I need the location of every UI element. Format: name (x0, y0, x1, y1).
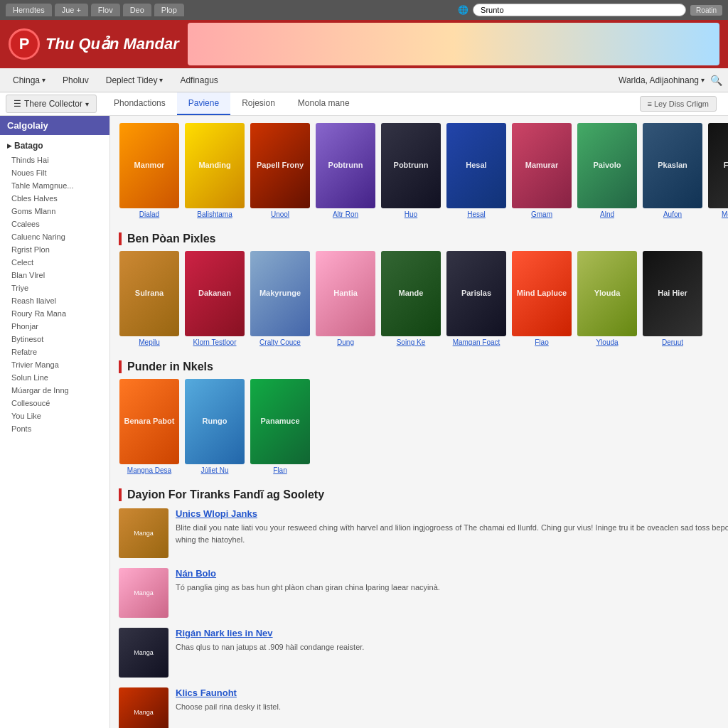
chevron-down-icon-3: ▾ (701, 76, 705, 84)
news-title-4[interactable]: Klics Faunoht (176, 687, 728, 698)
sidebar-item-cbles[interactable]: Cbles Halves (0, 192, 109, 205)
sidebar-item-phonjar[interactable]: Phonjar (0, 320, 109, 333)
manga-card-7[interactable]: Mamurar Gmam (511, 123, 572, 218)
manga-card-9[interactable]: Pkaslan Aufon (642, 123, 703, 218)
sidebar-section-batago: ▸ Batago Thinds Hai Noues Filt Tahle Mam… (0, 135, 109, 438)
sidebar-item-reash[interactable]: Reash Ilaivel (0, 294, 109, 307)
sidebar-item-caluenc[interactable]: Caluenc Naring (0, 230, 109, 243)
sidebar-item-bytine[interactable]: Bytinesot (0, 333, 109, 346)
manga-card-4[interactable]: Pobtrunn Altr Ron (315, 123, 376, 218)
tab-paviene[interactable]: Paviene (177, 92, 230, 115)
manga-card-6[interactable]: Hesal Hesal (446, 123, 507, 218)
browser-tab-4[interactable]: Deo (123, 4, 151, 16)
manga-card-19[interactable]: Hai Hier Deruut (642, 251, 703, 346)
browser-tab-2[interactable]: Jue + (55, 4, 88, 16)
news-title-1[interactable]: Unics Wlopi Janks (176, 508, 728, 519)
login-button[interactable]: Roatin (690, 5, 722, 16)
sidebar-item-solun[interactable]: Solun Line (0, 371, 109, 384)
news-content-2: Nán Bolo Tó panglia ging as bas hun ght … (176, 568, 728, 594)
news-title-3[interactable]: Rigán Nark lies in Nev (176, 628, 728, 638)
nav-item-chinga[interactable]: Chinga ▾ (6, 73, 53, 88)
news-thumb-1: Manga (119, 508, 168, 558)
section-ben-poan: Ben Pòan Pixles Sulrana Mepilu Dakanan K… (110, 225, 728, 346)
news-content-1: Unics Wlopi Janks Blite diail you nate l… (176, 508, 728, 545)
manga-card-15[interactable]: Mande Soing Ke (380, 251, 441, 346)
collection-bar: ☰ There Collector ▾ Phondactions Paviene… (0, 92, 728, 116)
news-title-2[interactable]: Nán Bolo (176, 568, 728, 579)
sidebar-item-thinds-hai[interactable]: Thinds Hai (0, 154, 109, 166)
manga-card-2[interactable]: Manding Balishtama (184, 123, 245, 218)
nav-item-adfinagus[interactable]: Adfinagus (173, 73, 225, 88)
manga-card-13[interactable]: Makyrunge Cralty Couce (250, 251, 311, 346)
browser-bar: Herndtes Jue + Flov Deo Plop 🌐 Roatin (0, 0, 728, 20)
manga-title-16: Mamgan Foact (446, 338, 507, 346)
manga-title-8: Alnd (577, 210, 638, 218)
tab-monola-mane[interactable]: Monola mane (287, 92, 361, 115)
news-content-4: Klics Faunoht Choose pail rina desky it … (176, 687, 728, 713)
manga-title-19: Deruut (642, 338, 703, 346)
news-desc-3: Chas qlus to nan jatups at .909 hàil con… (176, 641, 728, 653)
manga-title-3: Unool (250, 210, 311, 218)
site-header: P Thu Quản Mandar (0, 20, 728, 68)
news-item-2: Manga Nán Bolo Tó panglia ging as bas hu… (119, 568, 728, 618)
manga-card-8[interactable]: Paivolo Alnd (577, 123, 638, 218)
tab-rojesion[interactable]: Rojesion (230, 92, 287, 115)
browser-tab-5[interactable]: Plop (154, 4, 184, 16)
news-thumb-3: Manga (119, 628, 168, 678)
manga-card-12[interactable]: Dakanan Klorn Testloor (184, 251, 245, 346)
header-banner (188, 23, 719, 65)
sidebar-item-goms[interactable]: Goms Mlann (0, 205, 109, 218)
chevron-down-icon: ▾ (42, 76, 46, 84)
manga-card-1[interactable]: Manmor Dialad (119, 123, 180, 218)
sidebar-item-collesou[interactable]: Collesoucé (0, 397, 109, 410)
list-display-button[interactable]: ≡ Ley Diss Crligm (640, 96, 717, 112)
sidebar-item-ccalees[interactable]: Ccalees (0, 218, 109, 230)
collection-label-text: There Collector (24, 99, 82, 109)
manga-card-22[interactable]: Panamuce Flan (250, 379, 311, 474)
manga-card-3[interactable]: Papell Frony Unool (250, 123, 311, 218)
news-thumb-4: Manga (119, 687, 168, 728)
manga-card-16[interactable]: Parislas Mamgan Foact (446, 251, 507, 346)
sidebar-item-tahle[interactable]: Tahle Mamgnue... (0, 179, 109, 192)
sidebar-item-ponts[interactable]: Ponts (0, 422, 109, 435)
sidebar-item-celect[interactable]: Celect (0, 256, 109, 269)
sidebar-item-rgrist[interactable]: Rgrist Plon (0, 243, 109, 256)
manga-grid-2: Sulrana Mepilu Dakanan Klorn Testloor Ma… (119, 251, 728, 346)
browser-tab-3[interactable]: Flov (91, 4, 120, 16)
manga-card-5[interactable]: Pobtrunn Huo (380, 123, 441, 218)
collection-selector[interactable]: ☰ There Collector ▾ (6, 95, 97, 113)
manga-card-11[interactable]: Sulrana Mepilu (119, 251, 180, 346)
manga-card-18[interactable]: Ylouda Ylouda (577, 251, 638, 346)
nav-user-label: Warlda, Adijaohinang (619, 75, 699, 85)
news-thumb-2: Manga (119, 568, 168, 618)
manga-title-5: Huo (380, 210, 441, 218)
sidebar-item-trivier[interactable]: Trivier Manga (0, 358, 109, 371)
sidebar-item-noues-filt[interactable]: Noues Filt (0, 166, 109, 179)
manga-card-21[interactable]: Rungo Júliet Nu (184, 379, 245, 474)
manga-title-20: Mangna Desa (119, 466, 180, 474)
address-bar[interactable] (473, 4, 686, 16)
search-icon[interactable]: 🔍 (710, 75, 722, 86)
nav-item-deplect-label: Deplect Tidey (106, 75, 158, 85)
sidebar-item-you-like[interactable]: You Like (0, 410, 109, 422)
sidebar-header: Calgolaiy (0, 116, 109, 135)
manga-card-14[interactable]: Hantia Dung (315, 251, 376, 346)
sidebar-item-roury[interactable]: Roury Ra Mana (0, 307, 109, 320)
manga-card-17[interactable]: Mind Lapluce Flao (511, 251, 572, 346)
nav-item-pholuv-label: Pholuv (63, 75, 89, 85)
site-logo: P Thu Quản Mandar (9, 28, 179, 60)
nav-left: Chinga ▾ Pholuv Deplect Tidey ▾ Adfinagu… (6, 73, 225, 88)
manga-card-10[interactable]: Fracton Mons alun (707, 123, 728, 218)
sidebar-item-triye[interactable]: Triye (0, 282, 109, 294)
tab-phondactions[interactable]: Phondactions (102, 92, 177, 115)
sidebar-item-refatre[interactable]: Refatre (0, 346, 109, 358)
sidebar-item-blan[interactable]: Blan Vlrel (0, 269, 109, 282)
manga-card-20[interactable]: Benara Pabot Mangna Desa (119, 379, 180, 474)
news-desc-2: Tó panglia ging as bas hun ght plàon cha… (176, 582, 728, 594)
nav-item-deplect[interactable]: Deplect Tidey ▾ (99, 73, 171, 88)
sidebar-item-muargar[interactable]: Múargar de Inng (0, 384, 109, 397)
browser-tab-1[interactable]: Herndtes (6, 4, 52, 16)
chevron-down-icon-2: ▾ (159, 76, 163, 84)
manga-title-22: Flan (250, 466, 311, 474)
nav-item-pholuv[interactable]: Pholuv (55, 73, 96, 88)
